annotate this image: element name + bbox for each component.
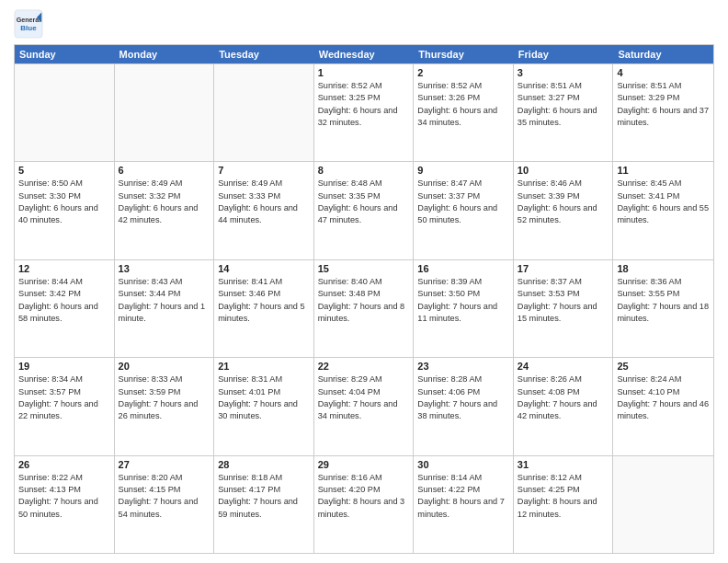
day-info: Sunrise: 8:49 AMSunset: 3:32 PMDaylight:…	[119, 178, 210, 226]
calendar: SundayMondayTuesdayWednesdayThursdayFrid…	[14, 44, 714, 554]
cal-cell-5-4: 29Sunrise: 8:16 AMSunset: 4:20 PMDayligh…	[314, 456, 415, 553]
svg-text:General: General	[17, 17, 41, 24]
day-number: 8	[318, 165, 410, 176]
day-number: 2	[417, 67, 509, 78]
day-info: Sunrise: 8:47 AMSunset: 3:37 PMDaylight:…	[417, 178, 509, 226]
day-number: 31	[518, 459, 609, 470]
day-number: 28	[218, 459, 310, 470]
week-row-3: 12Sunrise: 8:44 AMSunset: 3:42 PMDayligh…	[15, 259, 713, 357]
day-number: 24	[518, 361, 609, 372]
calendar-body: 1Sunrise: 8:52 AMSunset: 3:25 PMDaylight…	[15, 63, 713, 553]
day-header-monday: Monday	[115, 45, 215, 63]
day-number: 13	[119, 263, 210, 274]
cal-cell-2-1: 5Sunrise: 8:50 AMSunset: 3:30 PMDaylight…	[15, 162, 115, 259]
cal-cell-4-5: 23Sunrise: 8:28 AMSunset: 4:06 PMDayligh…	[414, 358, 514, 454]
day-number: 11	[617, 165, 710, 176]
cal-cell-1-1	[15, 64, 115, 161]
day-number: 27	[119, 459, 210, 470]
cal-cell-3-3: 14Sunrise: 8:41 AMSunset: 3:46 PMDayligh…	[214, 260, 314, 357]
day-header-tuesday: Tuesday	[214, 45, 314, 63]
day-info: Sunrise: 8:46 AMSunset: 3:39 PMDaylight:…	[518, 178, 609, 226]
day-info: Sunrise: 8:41 AMSunset: 3:46 PMDaylight:…	[218, 276, 310, 325]
cal-cell-5-3: 28Sunrise: 8:18 AMSunset: 4:17 PMDayligh…	[214, 456, 314, 553]
day-info: Sunrise: 8:26 AMSunset: 4:08 PMDaylight:…	[518, 373, 609, 422]
day-number: 20	[119, 361, 210, 372]
day-info: Sunrise: 8:29 AMSunset: 4:04 PMDaylight:…	[318, 373, 410, 422]
week-row-1: 1Sunrise: 8:52 AMSunset: 3:25 PMDaylight…	[15, 63, 713, 161]
calendar-header: SundayMondayTuesdayWednesdayThursdayFrid…	[15, 45, 713, 63]
day-number: 22	[318, 361, 410, 372]
day-number: 29	[318, 459, 410, 470]
day-number: 15	[318, 263, 410, 274]
day-number: 26	[18, 459, 110, 470]
cal-cell-4-4: 22Sunrise: 8:29 AMSunset: 4:04 PMDayligh…	[314, 358, 415, 454]
day-number: 3	[518, 67, 609, 78]
cal-cell-3-4: 15Sunrise: 8:40 AMSunset: 3:48 PMDayligh…	[314, 260, 415, 357]
day-number: 23	[417, 361, 509, 372]
cal-cell-5-7	[613, 456, 713, 553]
day-info: Sunrise: 8:44 AMSunset: 3:42 PMDaylight:…	[18, 276, 110, 325]
week-row-5: 26Sunrise: 8:22 AMSunset: 4:13 PMDayligh…	[15, 455, 713, 553]
cal-cell-1-4: 1Sunrise: 8:52 AMSunset: 3:25 PMDaylight…	[314, 64, 415, 161]
cal-cell-4-1: 19Sunrise: 8:34 AMSunset: 3:57 PMDayligh…	[15, 358, 115, 454]
cal-cell-1-6: 3Sunrise: 8:51 AMSunset: 3:27 PMDaylight…	[514, 64, 614, 161]
cal-cell-5-5: 30Sunrise: 8:14 AMSunset: 4:22 PMDayligh…	[414, 456, 514, 553]
cal-cell-1-3	[214, 64, 314, 161]
cal-cell-3-5: 16Sunrise: 8:39 AMSunset: 3:50 PMDayligh…	[414, 260, 514, 357]
cal-cell-3-6: 17Sunrise: 8:37 AMSunset: 3:53 PMDayligh…	[514, 260, 614, 357]
cal-cell-3-7: 18Sunrise: 8:36 AMSunset: 3:55 PMDayligh…	[613, 260, 713, 357]
day-info: Sunrise: 8:16 AMSunset: 4:20 PMDaylight:…	[318, 472, 410, 521]
day-info: Sunrise: 8:20 AMSunset: 4:15 PMDaylight:…	[119, 472, 210, 521]
day-info: Sunrise: 8:12 AMSunset: 4:25 PMDaylight:…	[518, 472, 609, 521]
day-info: Sunrise: 8:52 AMSunset: 3:25 PMDaylight:…	[318, 80, 410, 129]
day-header-friday: Friday	[514, 45, 614, 63]
day-info: Sunrise: 8:52 AMSunset: 3:26 PMDaylight:…	[417, 80, 509, 129]
day-header-wednesday: Wednesday	[314, 45, 415, 63]
day-info: Sunrise: 8:48 AMSunset: 3:35 PMDaylight:…	[318, 178, 410, 226]
day-info: Sunrise: 8:34 AMSunset: 3:57 PMDaylight:…	[18, 373, 110, 422]
day-header-sunday: Sunday	[15, 45, 115, 63]
cal-cell-5-6: 31Sunrise: 8:12 AMSunset: 4:25 PMDayligh…	[514, 456, 614, 553]
day-info: Sunrise: 8:22 AMSunset: 4:13 PMDaylight:…	[18, 472, 110, 521]
day-number: 25	[617, 361, 710, 372]
day-header-saturday: Saturday	[613, 45, 713, 63]
cal-cell-1-7: 4Sunrise: 8:51 AMSunset: 3:29 PMDaylight…	[613, 64, 713, 161]
cal-cell-5-2: 27Sunrise: 8:20 AMSunset: 4:15 PMDayligh…	[115, 456, 215, 553]
cal-cell-4-6: 24Sunrise: 8:26 AMSunset: 4:08 PMDayligh…	[514, 358, 614, 454]
cal-cell-4-2: 20Sunrise: 8:33 AMSunset: 3:59 PMDayligh…	[115, 358, 215, 454]
cal-cell-4-7: 25Sunrise: 8:24 AMSunset: 4:10 PMDayligh…	[613, 358, 713, 454]
day-number: 30	[417, 459, 509, 470]
cal-cell-5-1: 26Sunrise: 8:22 AMSunset: 4:13 PMDayligh…	[15, 456, 115, 553]
day-info: Sunrise: 8:49 AMSunset: 3:33 PMDaylight:…	[218, 178, 310, 226]
cal-cell-1-2	[115, 64, 215, 161]
day-number: 12	[18, 263, 110, 274]
cal-cell-2-3: 7Sunrise: 8:49 AMSunset: 3:33 PMDaylight…	[214, 162, 314, 259]
day-number: 1	[318, 67, 410, 78]
day-number: 4	[617, 67, 710, 78]
cal-cell-4-3: 21Sunrise: 8:31 AMSunset: 4:01 PMDayligh…	[214, 358, 314, 454]
cal-cell-3-1: 12Sunrise: 8:44 AMSunset: 3:42 PMDayligh…	[15, 260, 115, 357]
logo-icon: General Blue	[14, 9, 43, 39]
day-info: Sunrise: 8:18 AMSunset: 4:17 PMDaylight:…	[218, 472, 310, 521]
day-info: Sunrise: 8:28 AMSunset: 4:06 PMDaylight:…	[417, 373, 509, 422]
day-info: Sunrise: 8:43 AMSunset: 3:44 PMDaylight:…	[119, 276, 210, 325]
cal-cell-2-4: 8Sunrise: 8:48 AMSunset: 3:35 PMDaylight…	[314, 162, 415, 259]
day-info: Sunrise: 8:51 AMSunset: 3:27 PMDaylight:…	[518, 80, 609, 129]
day-number: 6	[119, 165, 210, 176]
day-info: Sunrise: 8:31 AMSunset: 4:01 PMDaylight:…	[218, 373, 310, 422]
day-number: 19	[18, 361, 110, 372]
cal-cell-2-5: 9Sunrise: 8:47 AMSunset: 3:37 PMDaylight…	[414, 162, 514, 259]
day-info: Sunrise: 8:51 AMSunset: 3:29 PMDaylight:…	[617, 80, 710, 129]
day-number: 18	[617, 263, 710, 274]
day-number: 17	[518, 263, 609, 274]
day-info: Sunrise: 8:37 AMSunset: 3:53 PMDaylight:…	[518, 276, 609, 325]
day-info: Sunrise: 8:45 AMSunset: 3:41 PMDaylight:…	[617, 178, 710, 226]
week-row-4: 19Sunrise: 8:34 AMSunset: 3:57 PMDayligh…	[15, 357, 713, 454]
cal-cell-2-7: 11Sunrise: 8:45 AMSunset: 3:41 PMDayligh…	[613, 162, 713, 259]
day-number: 5	[18, 165, 110, 176]
day-info: Sunrise: 8:24 AMSunset: 4:10 PMDaylight:…	[617, 373, 710, 422]
cal-cell-1-5: 2Sunrise: 8:52 AMSunset: 3:26 PMDaylight…	[414, 64, 514, 161]
day-number: 10	[518, 165, 609, 176]
svg-text:Blue: Blue	[20, 24, 37, 32]
day-info: Sunrise: 8:39 AMSunset: 3:50 PMDaylight:…	[417, 276, 509, 325]
